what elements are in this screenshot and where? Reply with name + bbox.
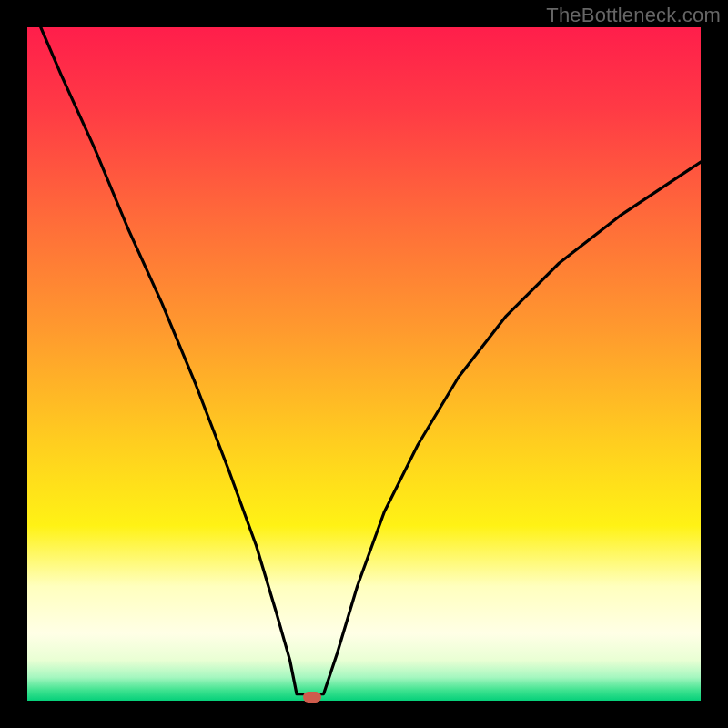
plot-svg xyxy=(27,27,701,701)
watermark-text: TheBottleneck.com xyxy=(546,4,721,27)
chart-frame: TheBottleneck.com xyxy=(0,0,728,728)
optimum-marker xyxy=(303,692,321,703)
gradient-background xyxy=(27,27,701,701)
plot-area xyxy=(27,27,701,701)
